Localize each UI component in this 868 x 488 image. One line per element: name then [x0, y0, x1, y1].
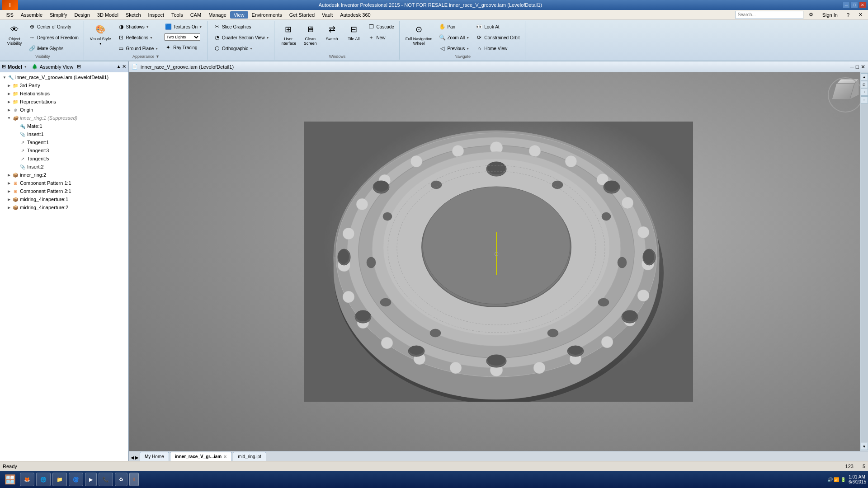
- expand-all-icon[interactable]: ⊞: [77, 64, 81, 70]
- cascade-button[interactable]: ❐ Cascade: [365, 22, 396, 32]
- orthographic-button[interactable]: ⬡ Orthographic ▼: [211, 43, 271, 53]
- tab-forward-btn[interactable]: ▶: [135, 455, 139, 460]
- menu-getstarted[interactable]: Get Started: [286, 11, 318, 19]
- taskbar-ie[interactable]: 🌀: [69, 473, 83, 486]
- degrees-of-freedom-button[interactable]: ↔ Degrees of Freedom: [26, 33, 81, 42]
- new-window-button[interactable]: ＋ New: [365, 33, 396, 42]
- menu-tools[interactable]: Tools: [168, 11, 187, 19]
- taskbar-skype[interactable]: 📞: [99, 473, 113, 486]
- origin-expand[interactable]: ▶: [6, 107, 12, 113]
- ray-tracing-button[interactable]: ✦ Ray Tracing: [162, 42, 204, 52]
- object-visibility-button[interactable]: 👁 ObjectVisibility: [5, 22, 24, 47]
- ground-plane-button[interactable]: ▭ Ground Plane ▼: [115, 43, 161, 53]
- comppattern2-expand[interactable]: ▶: [6, 188, 12, 194]
- menu-view[interactable]: View: [230, 11, 248, 19]
- menu-simplify[interactable]: Simplify: [46, 11, 71, 19]
- comppattern1-expand[interactable]: ▶: [6, 180, 12, 186]
- menu-inspect[interactable]: Inspect: [145, 11, 168, 19]
- user-interface-button[interactable]: ⊞ UserInterface: [278, 22, 298, 47]
- innerring2-expand[interactable]: ▶: [6, 172, 12, 178]
- tree-item-comppattern1[interactable]: ▶ ⊞ Component Pattern 1:1: [1, 179, 127, 187]
- home-view-button[interactable]: ⌂ Home View: [473, 43, 522, 53]
- shadows-button[interactable]: ◑ Shadows ▼: [115, 22, 161, 32]
- tree-item-midring1[interactable]: ▶ 📦 midring_4inaperture:1: [1, 195, 127, 203]
- menu-autodesk360[interactable]: Autodesk 360: [336, 11, 374, 19]
- menu-manage[interactable]: Manage: [205, 11, 230, 19]
- reflections-button[interactable]: ⊡ Reflections ▼: [115, 33, 161, 42]
- panel-close-icon[interactable]: ✕: [122, 64, 126, 70]
- viewport-maximize[interactable]: □: [856, 64, 859, 70]
- maximize-button[interactable]: □: [851, 2, 858, 8]
- switch-button[interactable]: ⇄ Switch: [322, 22, 342, 42]
- canvas-area[interactable]: ▲ ⊡ + − ▼: [129, 72, 868, 451]
- scroll-up-btn[interactable]: ▲: [861, 73, 868, 80]
- tree-item-tangent1[interactable]: ↗ Tangent:1: [1, 138, 127, 146]
- previous-view-button[interactable]: ◁ Previous ▼: [436, 43, 472, 53]
- menu-settings[interactable]: ⚙: [805, 11, 817, 19]
- relationships-expand[interactable]: ▶: [6, 91, 12, 96]
- zoom-in-btn[interactable]: +: [861, 89, 868, 96]
- viewport-close-btn[interactable]: ✕: [861, 64, 865, 70]
- taskbar-app6[interactable]: ♻: [115, 473, 127, 486]
- search-input[interactable]: [736, 11, 803, 19]
- tree-item-insert1[interactable]: 📎 Insert:1: [1, 130, 127, 138]
- constrained-orbit-button[interactable]: ⟳ Constrained Orbit: [473, 33, 522, 42]
- menu-iss[interactable]: ISS: [2, 11, 17, 19]
- tree-item-midring2[interactable]: ▶ 📦 midring_4inaperture:2: [1, 203, 127, 211]
- tree-item-comppattern2[interactable]: ▶ ⊞ Component Pattern 2:1: [1, 187, 127, 195]
- panel-expand-icon[interactable]: ▲: [116, 64, 121, 70]
- menu-3dmodel[interactable]: 3D Model: [94, 11, 122, 19]
- tab-inner-race-close[interactable]: ✕: [223, 455, 227, 459]
- taskbar-media[interactable]: ▶: [85, 473, 97, 486]
- clean-screen-button[interactable]: 🖥 CleanScreen: [300, 22, 320, 47]
- tab-my-home[interactable]: My Home: [140, 452, 169, 461]
- view-cube[interactable]: [827, 77, 863, 113]
- taskbar-inventor[interactable]: I: [129, 473, 139, 486]
- zoom-out-btn[interactable]: −: [861, 96, 868, 103]
- menu-cam[interactable]: CAM: [187, 11, 205, 19]
- representations-expand[interactable]: ▶: [6, 99, 12, 104]
- midring2-expand[interactable]: ▶: [6, 205, 12, 210]
- textures-button[interactable]: 🟦 Textures On ▼: [162, 22, 204, 32]
- tree-item-3rdparty[interactable]: ▶ 📁 3rd Party: [1, 81, 127, 89]
- tile-all-button[interactable]: ⊟ Tile All: [344, 22, 363, 42]
- minimize-button[interactable]: ─: [843, 2, 850, 8]
- menu-assemble[interactable]: Assemble: [17, 11, 46, 19]
- taskbar-chrome[interactable]: 🌐: [36, 473, 51, 486]
- tree-item-inner-ring2[interactable]: ▶ 📦 inner_ring:2: [1, 171, 127, 179]
- tree-item-insert2[interactable]: 📎 Insert:2: [1, 163, 127, 171]
- tree-item-origin[interactable]: ▶ ⊕ Origin: [1, 106, 127, 114]
- center-of-gravity-button[interactable]: ⊕ Center of Gravity: [26, 22, 81, 32]
- pan-button[interactable]: ✋ Pan: [436, 22, 472, 32]
- viewport-minimize[interactable]: ─: [850, 64, 854, 70]
- zoom-all-button[interactable]: 🔍 Zoom All ▼: [436, 33, 472, 42]
- look-at-button[interactable]: 👀 Look At: [473, 22, 522, 32]
- tree-item-inner-ring1[interactable]: ▼ 📦 inner_ring:1 (Suppressed): [1, 114, 127, 122]
- tab-back-btn[interactable]: ◀: [131, 455, 134, 460]
- tree-item-tangent5[interactable]: ↗ Tangent:5: [1, 155, 127, 163]
- menu-sketch[interactable]: Sketch: [122, 11, 145, 19]
- taskbar-firefox[interactable]: 🦊: [20, 473, 34, 486]
- visual-style-button[interactable]: 🎨 Visual Style▼: [88, 22, 113, 47]
- lighting-dropdown[interactable]: Two Lights One Light: [164, 33, 200, 41]
- midring1-expand[interactable]: ▶: [6, 197, 12, 202]
- menu-design[interactable]: Design: [71, 11, 94, 19]
- menu-signin[interactable]: Sign In: [819, 11, 841, 19]
- menu-environments[interactable]: Environments: [248, 11, 286, 19]
- tree-item-tangent3[interactable]: ↗ Tangent:3: [1, 146, 127, 155]
- 3rdparty-expand[interactable]: ▶: [6, 83, 12, 88]
- menu-close[interactable]: ✕: [855, 11, 866, 19]
- root-expand[interactable]: ▼: [2, 75, 7, 80]
- scroll-down-btn[interactable]: ▼: [861, 443, 868, 450]
- taskbar-explorer[interactable]: 📁: [52, 473, 67, 486]
- tree-item-mate1[interactable]: 🔩 Mate:1: [1, 122, 127, 130]
- slice-graphics-button[interactable]: ✂ Slice Graphics: [211, 22, 271, 32]
- close-button[interactable]: ✕: [859, 2, 866, 8]
- innerring1-expand[interactable]: ▼: [6, 115, 12, 121]
- quarter-section-button[interactable]: ◔ Quarter Section View ▼: [211, 33, 271, 42]
- tab-inner-race[interactable]: inner_race_V_gr...iam ✕: [170, 452, 232, 461]
- start-button[interactable]: 🪟: [2, 472, 18, 487]
- tab-mid-ring[interactable]: mid_ring.ipt: [233, 452, 266, 461]
- menu-help[interactable]: ?: [843, 11, 853, 19]
- fit-btn[interactable]: ⊡: [861, 81, 868, 88]
